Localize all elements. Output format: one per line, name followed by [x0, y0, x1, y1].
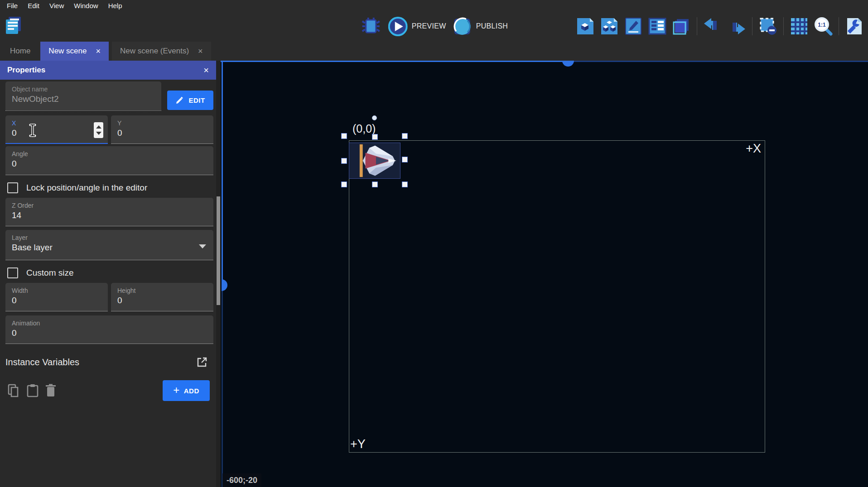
- project-settings-icon[interactable]: [844, 15, 865, 37]
- selection-handle[interactable]: [372, 134, 378, 140]
- selection-handle[interactable]: [372, 181, 378, 187]
- menu-view[interactable]: View: [44, 1, 69, 10]
- field-label: Width: [12, 287, 101, 294]
- toolbar-separator: [697, 17, 697, 35]
- menu-edit[interactable]: Edit: [23, 1, 44, 10]
- delete-icon[interactable]: [45, 384, 56, 397]
- menu-file[interactable]: File: [2, 1, 23, 10]
- tab-new-scene-events[interactable]: New scene (Events) ×: [112, 42, 211, 61]
- properties-panel: Properties × Object name NewObject2 EDIT: [0, 61, 216, 487]
- selection-handle[interactable]: [402, 133, 408, 139]
- number-stepper[interactable]: [94, 122, 103, 138]
- canvas-vscrollbar-track[interactable]: [222, 287, 223, 487]
- x-position-field[interactable]: X 0: [5, 115, 108, 144]
- paste-icon[interactable]: [27, 384, 39, 397]
- preview-play-icon: [388, 17, 408, 36]
- preview-button[interactable]: PREVIEW: [388, 17, 446, 36]
- instances-list-icon[interactable]: [646, 15, 668, 37]
- publish-button[interactable]: PUBLISH: [453, 17, 508, 36]
- width-field[interactable]: Width 0: [5, 283, 108, 311]
- panel-title: Properties: [7, 66, 45, 75]
- selected-spaceship-sprite[interactable]: [349, 143, 400, 179]
- field-value: 0: [12, 159, 207, 169]
- field-value: Base layer: [12, 243, 207, 253]
- field-value: NewObject2: [12, 94, 155, 104]
- canvas-hscrollbar[interactable]: [221, 61, 570, 62]
- copy-icon[interactable]: [7, 384, 20, 397]
- selection-handle[interactable]: [402, 181, 408, 187]
- add-variable-button[interactable]: + ADD: [163, 380, 210, 401]
- angle-field[interactable]: Angle 0: [5, 146, 213, 175]
- toolbar-separator: [752, 17, 752, 35]
- checkbox-label: Custom size: [26, 268, 74, 278]
- properties-scrollbar[interactable]: [216, 61, 221, 487]
- close-icon[interactable]: ×: [96, 47, 101, 55]
- custom-size-checkbox-row[interactable]: Custom size: [6, 266, 213, 280]
- stepper-up-icon[interactable]: [96, 125, 101, 128]
- toolbar-separator: [783, 17, 784, 35]
- properties-panel-icon[interactable]: [622, 15, 644, 37]
- grid-icon[interactable]: [788, 15, 810, 37]
- canvas-hscrollbar-thumb[interactable]: [562, 61, 574, 67]
- scene-window-bounds: +X +Y: [349, 140, 765, 453]
- edit-object-button[interactable]: EDIT: [167, 91, 213, 110]
- rotation-handle[interactable]: [372, 115, 377, 120]
- undo-icon[interactable]: [702, 15, 723, 37]
- instance-variables-title: Instance Variables: [5, 357, 79, 368]
- object-groups-icon[interactable]: [598, 15, 620, 37]
- field-label: Layer: [12, 234, 207, 241]
- selection-handle[interactable]: [341, 181, 347, 187]
- tab-home[interactable]: Home: [0, 42, 40, 61]
- chevron-down-icon[interactable]: [199, 244, 206, 248]
- close-icon[interactable]: ×: [203, 65, 209, 76]
- toolbar-separator: [839, 17, 839, 35]
- field-value: 14: [12, 210, 207, 220]
- field-label: Height: [117, 287, 207, 294]
- axis-x-label: +X: [746, 142, 761, 156]
- editor-tab-bar: Home New scene × New scene (Events) ×: [0, 42, 868, 61]
- canvas-vscrollbar[interactable]: [222, 61, 223, 287]
- deselect-icon[interactable]: [757, 15, 779, 37]
- field-value: 0: [12, 328, 207, 338]
- field-label: X: [12, 119, 101, 127]
- redo-icon[interactable]: [726, 15, 747, 37]
- menu-window[interactable]: Window: [69, 1, 103, 10]
- layer-select[interactable]: Layer Base layer: [5, 230, 213, 260]
- plus-icon: +: [173, 385, 180, 396]
- tab-new-scene[interactable]: New scene ×: [40, 42, 109, 61]
- selection-handle[interactable]: [341, 133, 347, 139]
- checkbox-label: Lock position/angle in the editor: [26, 183, 147, 193]
- close-icon[interactable]: ×: [198, 47, 203, 55]
- field-label: Z Order: [12, 202, 207, 209]
- field-value: 0: [12, 128, 101, 138]
- selection-handle[interactable]: [402, 157, 408, 162]
- zoom-actual-size-icon[interactable]: 1:1: [812, 15, 834, 37]
- field-value: 0: [117, 128, 207, 138]
- canvas-vscrollbar-thumb[interactable]: [222, 279, 227, 291]
- menu-help[interactable]: Help: [103, 1, 127, 10]
- cursor-coordinates-status: -600;-20: [222, 473, 261, 487]
- layers-icon[interactable]: [670, 15, 692, 37]
- menu-bar: File Edit View Window Help: [0, 0, 868, 11]
- height-field[interactable]: Height 0: [111, 283, 213, 311]
- objects-panel-icon[interactable]: [574, 15, 596, 37]
- open-in-new-icon[interactable]: [196, 356, 208, 368]
- lock-position-checkbox-row[interactable]: Lock position/angle in the editor: [6, 181, 213, 195]
- canvas-hscrollbar-track[interactable]: [570, 61, 868, 62]
- z-order-field[interactable]: Z Order 14: [5, 198, 213, 226]
- y-position-field[interactable]: Y 0: [111, 115, 213, 144]
- app-logo-icon: [5, 15, 23, 38]
- checkbox-unchecked-icon[interactable]: [7, 267, 18, 278]
- axis-y-label: +Y: [350, 437, 366, 451]
- debugger-icon[interactable]: [360, 15, 382, 37]
- field-label: Angle: [12, 150, 207, 158]
- checkbox-unchecked-icon[interactable]: [7, 182, 18, 193]
- selection-handle[interactable]: [341, 158, 347, 164]
- scene-editor-canvas[interactable]: +X +Y (0,0) -600;-20: [221, 61, 868, 487]
- animation-field[interactable]: Animation 0: [5, 315, 213, 344]
- main-toolbar: PREVIEW PUBLISH: [0, 11, 868, 42]
- field-value: 0: [117, 296, 207, 306]
- scrollbar-thumb[interactable]: [217, 196, 220, 305]
- field-label: Object name: [12, 86, 155, 93]
- stepper-down-icon[interactable]: [96, 131, 101, 134]
